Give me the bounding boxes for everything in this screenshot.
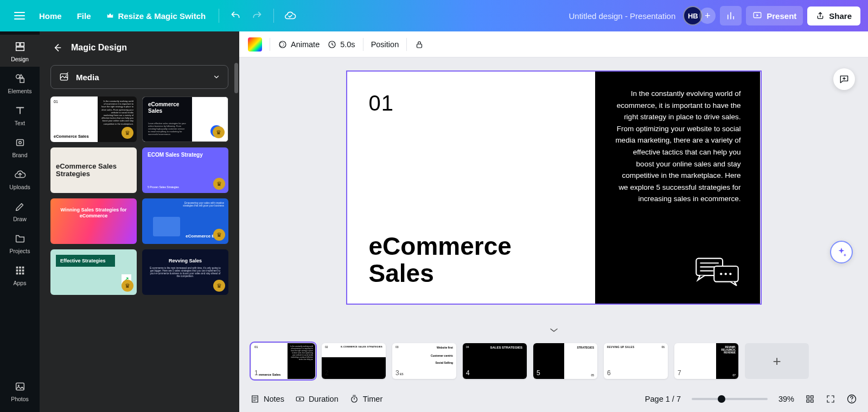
collapse-filmstrip-button[interactable] [549,327,559,333]
slide-thumbnail[interactable]: 1 mmerce Sales 01 In the constantly evol… [251,343,315,379]
chevron-down-icon [213,73,220,81]
grid-view-button[interactable] [805,394,815,404]
undo-button[interactable] [225,5,246,27]
rail-uploads[interactable]: Uploads [0,163,40,195]
present-button[interactable]: Present [746,6,803,25]
slide-left-region: 01 eCommerce Sales [347,72,595,304]
animate-label: Animate [291,40,320,49]
home-button[interactable]: Home [31,7,69,25]
rail-brand[interactable]: Brand [0,131,40,163]
template-card[interactable]: eCommerce Boost Empowering your sales wi… [142,198,228,244]
timer-button[interactable]: Timer [349,394,383,404]
menu-button[interactable] [8,4,31,28]
duration-button[interactable]: 5.0s [327,40,355,49]
slide-thumbnail[interactable]: 4 SALES STRATEGIES 04 [463,343,527,379]
animate-button[interactable]: Animate [278,40,320,49]
undo-icon [230,10,241,21]
template-card[interactable]: ECOM Sales Strategy 5 Proven Sales Strat… [142,147,228,193]
background-color-button[interactable] [248,37,262,52]
slide-thumbnail[interactable]: 6 REVVING UP SALES 06 [604,343,668,379]
duration-button-bottom[interactable]: Duration [295,394,339,404]
svg-rect-3 [16,47,24,50]
svg-rect-38 [811,400,814,403]
add-comment-button[interactable] [833,68,855,90]
slide-thumbnail[interactable]: 7 REVAMP, RELAUNCH, REVENUE 07 [674,343,738,379]
slide-thumbnail[interactable]: 2 E-COMMERCE SALES STRATEGIES 02 [322,343,386,379]
position-button[interactable]: Position [371,40,399,49]
rail-elements[interactable]: Elements [0,67,40,99]
zoom-level[interactable]: 39% [778,395,794,403]
page-indicator[interactable]: Page 1 / 7 [645,395,681,403]
rail-draw[interactable]: Draw [0,195,40,227]
redo-button[interactable] [246,5,268,27]
file-button[interactable]: File [69,7,99,25]
svg-rect-17 [16,383,24,390]
svg-rect-15 [19,273,21,275]
svg-rect-36 [811,396,814,398]
svg-rect-24 [417,44,422,48]
rail-label: Brand [12,152,27,158]
scrollbar-thumb[interactable] [234,63,238,93]
template-card[interactable]: 01eCommerce Sales In the constantly evol… [50,96,137,142]
rail-projects[interactable]: Projects [0,227,40,259]
rail-label: Uploads [9,184,30,190]
slide-title[interactable]: eCommerce Sales [369,233,573,287]
template-card[interactable]: eCommerce Sales Strategies [50,147,137,193]
grid-icon [805,394,815,404]
fullscreen-button[interactable] [826,394,835,404]
slide-thumbnail[interactable]: 5 STRATEGIES 05 [533,343,597,379]
canvas[interactable]: 01 eCommerce Sales In the constantly evo… [239,57,868,334]
template-card[interactable]: eCommerce SalesLearn effective sales str… [142,96,228,142]
notes-button[interactable]: Notes [250,394,284,404]
slide-thumbnail[interactable]: 3 Website first 03 ES Social Selling Cus… [392,343,456,379]
document-title[interactable]: Untitled design - Presentation [569,11,675,21]
present-label: Present [767,11,796,21]
rail-label: Apps [14,280,27,286]
arrow-left-icon [52,42,62,53]
chat-bubble-icon[interactable] [694,256,741,287]
insights-button[interactable] [720,6,742,25]
rail-label: Elements [8,88,32,94]
text-icon [14,104,27,117]
resize-label: Resize & Magic Switch [118,11,206,21]
divider [270,38,270,51]
rail-photos[interactable]: Photos [0,375,40,407]
back-button[interactable] [50,41,63,54]
lock-icon [414,40,424,49]
elements-icon [14,72,27,85]
draw-icon [14,200,27,213]
premium-badge-icon: ♛ [122,127,133,139]
design-icon [14,40,27,53]
add-collaborator-button[interactable]: + [699,8,716,24]
share-label: Share [829,11,852,21]
slide-number[interactable]: 01 [369,91,573,115]
rail-design[interactable]: Design [0,35,40,67]
slide[interactable]: 01 eCommerce Sales In the constantly evo… [346,70,762,305]
svg-point-32 [730,273,732,275]
play-icon [752,11,762,21]
side-rail: Design Elements Text Brand Uploads Draw … [0,31,40,412]
svg-rect-37 [807,400,809,403]
lock-button[interactable] [414,40,424,49]
rail-text[interactable]: Text [0,99,40,131]
template-card[interactable]: Winning Sales Strategies for eCommerce [50,198,137,244]
resize-magic-switch-button[interactable]: Resize & Magic Switch [99,7,214,25]
help-button[interactable] [846,394,857,404]
svg-rect-1 [16,43,19,46]
media-dropdown[interactable]: Media [50,65,228,89]
media-icon [59,72,69,82]
template-card[interactable]: Revving Sales E-commerce is the next inc… [142,249,228,295]
cloud-sync-button[interactable] [279,5,301,27]
crown-icon [106,12,114,20]
template-card[interactable]: Effective Strategies ↗ ♛ [50,249,137,295]
svg-point-40 [851,401,852,402]
zoom-knob[interactable] [718,395,725,403]
template-label: Revving Sales [142,249,228,268]
svg-point-30 [720,273,723,275]
rail-apps[interactable]: Apps [0,259,40,291]
add-page-button[interactable]: + [745,343,809,379]
slide-body-text[interactable]: In the constantly evolving world of ecom… [615,88,741,205]
zoom-slider[interactable] [692,398,768,400]
share-button[interactable]: Share [807,7,860,25]
magic-assistant-button[interactable] [830,241,853,263]
